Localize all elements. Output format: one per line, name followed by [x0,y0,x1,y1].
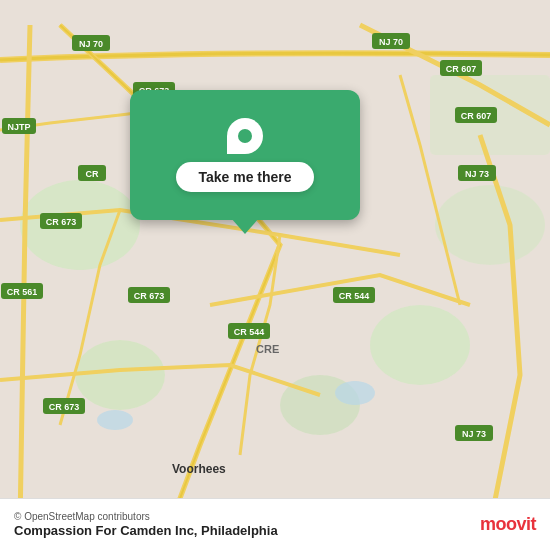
moovit-logo: moovit [480,514,536,535]
location-title: Compassion For Camden Inc, Philadelphia [14,523,278,538]
location-popup: Take me there [130,90,360,220]
bottom-bar-info: © OpenStreetMap contributors Compassion … [14,511,278,538]
svg-text:CR 544: CR 544 [339,291,370,301]
map-container: NJ 70 NJ 70 CR 607 CR 607 NJ 73 CR 673 C… [0,0,550,550]
svg-text:CR 673: CR 673 [134,291,165,301]
svg-point-7 [335,381,375,405]
svg-text:CR 561: CR 561 [7,287,38,297]
bottom-bar: © OpenStreetMap contributors Compassion … [0,498,550,550]
svg-point-2 [370,305,470,385]
svg-text:CRE: CRE [256,343,279,355]
svg-text:NJTP: NJTP [7,122,30,132]
svg-point-6 [435,185,545,265]
svg-text:Voorhees: Voorhees [172,462,226,476]
map-svg: NJ 70 NJ 70 CR 607 CR 607 NJ 73 CR 673 C… [0,0,550,550]
svg-text:NJ 70: NJ 70 [379,37,403,47]
svg-text:NJ 73: NJ 73 [462,429,486,439]
svg-text:CR 673: CR 673 [49,402,80,412]
svg-text:CR 607: CR 607 [446,64,477,74]
svg-text:CR 544: CR 544 [234,327,265,337]
pin-icon [220,111,271,162]
copyright-text: © OpenStreetMap contributors [14,511,278,522]
svg-text:NJ 70: NJ 70 [79,39,103,49]
svg-text:CR: CR [86,169,99,179]
moovit-text: moovit [480,514,536,535]
svg-point-4 [75,340,165,410]
svg-text:NJ 73: NJ 73 [465,169,489,179]
svg-text:CR 673: CR 673 [46,217,77,227]
svg-point-8 [97,410,133,430]
take-me-there-button[interactable]: Take me there [176,162,313,192]
svg-text:CR 607: CR 607 [461,111,492,121]
